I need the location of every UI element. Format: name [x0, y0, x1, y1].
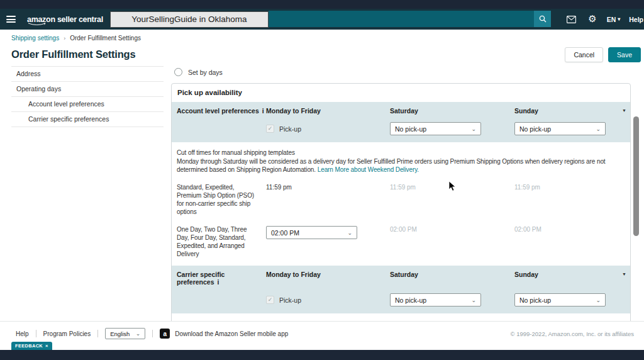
- breadcrumb: Shipping settings › Order Fulfillment Se…: [11, 35, 141, 42]
- settings-gear-icon[interactable]: ⚙: [588, 14, 596, 24]
- row-label: One Day, Two Day, Three Day, Four Day, S…: [177, 225, 266, 258]
- account-level-preferences-section: Account level preferencesi Monday to Fri…: [172, 102, 630, 142]
- top-navy-strip: [0, 0, 644, 9]
- sunday-cutoff-time: 02:00 PM: [514, 226, 614, 233]
- search-button[interactable]: [534, 11, 551, 27]
- manual-cutoff-body: Monday through Saturday will be consider…: [177, 157, 625, 174]
- copyright-text: © 1999-2022, Amazon.com, Inc. or its aff…: [511, 330, 634, 337]
- set-by-days-label: Set by days: [188, 69, 223, 76]
- standard-expedited-row: Standard, Expedited, Premium Ship Option…: [172, 183, 630, 216]
- footer-language-select[interactable]: English⌄: [105, 328, 145, 339]
- manual-cutoff-heading: Cut off times for manual shipping templa…: [177, 149, 625, 157]
- info-icon[interactable]: i: [262, 107, 264, 115]
- cancel-button[interactable]: Cancel: [565, 47, 603, 62]
- column-header-saturday: Saturday: [390, 107, 514, 115]
- navbar-right-group: ⚙ EN ▾ Help: [567, 14, 644, 24]
- breadcrumb-separator-icon: ›: [64, 35, 65, 42]
- collapse-triangle-icon[interactable]: ▼: [622, 272, 626, 276]
- amazon-seller-central-logo[interactable]: amazon seller central: [27, 15, 103, 24]
- sidebar-item-operating-days[interactable]: Operating days: [11, 82, 164, 97]
- page-title: Order Fulfillment Settings: [11, 48, 135, 60]
- language-code: EN: [607, 16, 616, 23]
- vertical-scrollbar-thumb[interactable]: [633, 116, 639, 236]
- footer: Help Program Policies English⌄ a Downloa…: [0, 321, 644, 350]
- amazon-smile-icon: [28, 23, 47, 26]
- column-header-saturday: Saturday: [390, 271, 514, 278]
- one-day-two-day-row: One Day, Two Day, Three Day, Four Day, S…: [172, 225, 630, 258]
- account-sunday-pickup-select[interactable]: No pick-up⌄: [514, 122, 606, 135]
- footer-divider: [97, 330, 98, 337]
- chevron-down-icon: ⌄: [347, 230, 352, 236]
- weekday-cutoff-time-select[interactable]: 02:00 PM⌄: [266, 226, 357, 239]
- main-content: Set by days Pick up availability Account…: [171, 66, 631, 360]
- chevron-down-icon: ▾: [618, 16, 620, 22]
- pickup-availability-panel: Pick up availability Account level prefe…: [171, 83, 631, 360]
- set-by-days-radio[interactable]: [174, 68, 182, 76]
- column-header-weekday: Monday to Friday: [266, 271, 390, 278]
- column-header-weekday: Monday to Friday: [266, 107, 390, 115]
- chevron-down-icon: ⌄: [596, 126, 601, 132]
- carrier-saturday-pickup-select[interactable]: No pick-up⌄: [390, 293, 481, 307]
- account-pickup-checkbox[interactable]: ✓: [266, 125, 274, 133]
- global-search-input[interactable]: [269, 11, 551, 27]
- chevron-down-icon: ⌄: [471, 126, 476, 132]
- carrier-section-title: Carrier specific preferencesi: [177, 271, 266, 286]
- account-section-title: Account level preferencesi: [177, 107, 266, 115]
- save-button[interactable]: Save: [608, 47, 641, 62]
- column-header-sunday: Sunday: [514, 271, 614, 278]
- account-pickup-checkbox-row: ✓ Pick-up: [266, 125, 390, 133]
- top-navbar: amazon seller central YourSellingGuide i…: [0, 9, 644, 30]
- carrier-specific-preferences-section: Carrier specific preferencesi Monday to …: [172, 266, 630, 313]
- saturday-cutoff-time: 02:00 PM: [390, 226, 514, 233]
- marketplace-label: YourSellingGuide in Oklahoma: [131, 14, 247, 24]
- footer-program-policies-link[interactable]: Program Policies: [43, 330, 91, 337]
- panel-title: Pick up availability: [172, 84, 630, 102]
- breadcrumb-current: Order Fulfillment Settings: [70, 35, 141, 42]
- marketplace-switcher[interactable]: YourSellingGuide in Oklahoma: [110, 11, 269, 28]
- hamburger-menu-icon[interactable]: [6, 16, 16, 23]
- set-by-days-option: Set by days: [174, 68, 631, 76]
- weekend-delivery-link[interactable]: Learn More about Weekend Delivery.: [318, 166, 419, 173]
- footer-help-link[interactable]: Help: [16, 330, 29, 337]
- carrier-pickup-checkbox-row: ✓ Pick-up: [266, 296, 390, 304]
- settings-sidebar: Address Operating days Account level pre…: [11, 66, 164, 127]
- header-actions: Cancel Save: [565, 47, 641, 62]
- download-app-link[interactable]: Download the Amazon Seller mobile app: [175, 330, 288, 337]
- mouse-cursor: [448, 181, 456, 192]
- chevron-down-icon: ⌄: [471, 297, 476, 303]
- mail-icon: [567, 16, 576, 23]
- sidebar-item-address[interactable]: Address: [11, 66, 164, 82]
- feedback-label: FEEDBACK: [15, 343, 43, 349]
- breadcrumb-shipping-settings[interactable]: Shipping settings: [11, 35, 59, 42]
- column-header-sunday: Sunday: [514, 107, 614, 115]
- chevron-down-icon: ⌄: [596, 297, 601, 303]
- info-icon[interactable]: i: [218, 278, 219, 286]
- amazon-seller-app-icon: a: [160, 329, 170, 339]
- feedback-button[interactable]: FEEDBACK ×: [11, 342, 52, 350]
- footer-divider: [36, 330, 36, 337]
- collapse-triangle-icon[interactable]: ▼: [622, 108, 626, 113]
- carrier-pickup-label: Pick-up: [279, 296, 301, 304]
- account-saturday-pickup-select[interactable]: No pick-up⌄: [390, 122, 481, 135]
- account-pickup-label: Pick-up: [279, 125, 301, 133]
- chevron-down-icon: ⌄: [136, 330, 141, 337]
- row-label: Standard, Expedited, Premium Ship Option…: [177, 183, 266, 216]
- manual-cutoff-section: Cut off times for manual shipping templa…: [172, 142, 630, 266]
- language-selector[interactable]: EN ▾: [607, 16, 621, 23]
- close-icon[interactable]: ×: [45, 343, 48, 349]
- carrier-sunday-pickup-select[interactable]: No pick-up⌄: [514, 293, 606, 307]
- sidebar-item-account-level-preferences[interactable]: Account level preferences: [11, 97, 164, 112]
- weekday-cutoff-time: 11:59 pm: [266, 184, 390, 191]
- bottom-navy-strip: [0, 350, 644, 360]
- search-icon: [539, 15, 547, 23]
- messages-button[interactable]: [567, 16, 576, 23]
- sidebar-item-carrier-specific-preferences[interactable]: Carrier specific preferences: [11, 112, 164, 127]
- sunday-cutoff-time: 11:59 pm: [514, 184, 614, 191]
- help-link[interactable]: Help: [629, 16, 643, 23]
- carrier-pickup-checkbox[interactable]: ✓: [266, 296, 274, 304]
- footer-divider: [152, 330, 153, 337]
